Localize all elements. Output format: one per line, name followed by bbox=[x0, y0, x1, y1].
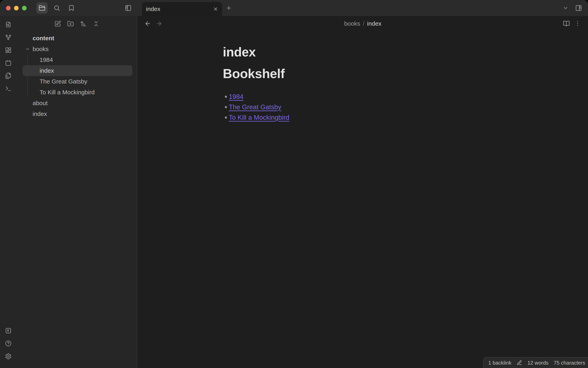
bullet-icon bbox=[225, 106, 227, 108]
templates-button[interactable] bbox=[3, 70, 14, 81]
search-icon bbox=[53, 5, 60, 11]
close-window-button[interactable] bbox=[6, 6, 11, 10]
tab-list-button[interactable] bbox=[560, 2, 571, 14]
minimize-window-button[interactable] bbox=[14, 6, 19, 10]
layout-dashboard-icon bbox=[5, 47, 12, 54]
tab-title: index bbox=[146, 6, 160, 12]
new-note-button[interactable] bbox=[52, 18, 63, 29]
file-tree: content books 1984 index The Great Gatsb… bbox=[17, 31, 137, 119]
calendar-icon bbox=[5, 60, 12, 66]
help-circle-icon bbox=[5, 340, 12, 347]
tree-file-about[interactable]: about bbox=[23, 98, 132, 109]
file-explorer-toolbar bbox=[17, 16, 137, 31]
vault-icon bbox=[5, 327, 12, 334]
word-count: 12 words bbox=[527, 360, 549, 366]
sort-ascending-icon bbox=[80, 20, 87, 27]
app-window: index bbox=[0, 0, 588, 368]
status-bar: 1 backlink 12 words 75 characters bbox=[483, 357, 588, 368]
new-note-icon bbox=[54, 20, 61, 27]
toggle-left-sidebar-button[interactable] bbox=[123, 2, 134, 14]
breadcrumb-current[interactable]: index bbox=[367, 20, 381, 27]
close-icon bbox=[213, 6, 218, 12]
panel-left-icon bbox=[125, 5, 132, 11]
new-tab-button[interactable] bbox=[223, 2, 234, 14]
tree-file-to-kill-a-mockingbird[interactable]: To Kill a Mockingbird bbox=[23, 87, 132, 98]
edit-mode-icon bbox=[517, 360, 522, 366]
vault-title-row[interactable]: content bbox=[23, 33, 132, 44]
note-title: index bbox=[223, 45, 503, 60]
vault-name: content bbox=[33, 35, 54, 42]
breadcrumb-parent[interactable]: books bbox=[344, 20, 360, 27]
bookmarks-button[interactable] bbox=[66, 2, 77, 14]
internal-link-the-great-gatsby[interactable]: The Great Gatsby bbox=[229, 103, 281, 111]
zoom-window-button[interactable] bbox=[22, 6, 26, 10]
internal-link-to-kill-a-mockingbird[interactable]: To Kill a Mockingbird bbox=[229, 114, 290, 121]
terminal-button[interactable] bbox=[3, 83, 14, 94]
file-label: index bbox=[33, 110, 47, 117]
editor-pane: books / index index Bookshelf 1984 The G… bbox=[138, 16, 588, 368]
list-item: 1984 bbox=[223, 92, 503, 102]
file-label: The Great Gatsby bbox=[40, 78, 87, 85]
tree-file-the-great-gatsby[interactable]: The Great Gatsby bbox=[23, 76, 132, 87]
chevron-down-icon bbox=[563, 5, 569, 11]
tab-close-button[interactable] bbox=[211, 5, 220, 13]
collapse-all-button[interactable] bbox=[91, 18, 102, 29]
file-explorer: content books 1984 index The Great Gatsb… bbox=[17, 16, 137, 368]
graph-icon bbox=[5, 34, 12, 41]
folder-label: books bbox=[33, 46, 49, 53]
file-label: To Kill a Mockingbird bbox=[40, 89, 95, 96]
more-vertical-icon bbox=[574, 20, 581, 27]
character-count: 75 characters bbox=[553, 360, 585, 366]
folder-plus-icon bbox=[67, 20, 74, 27]
vault-switcher-button[interactable] bbox=[3, 325, 14, 336]
history-nav bbox=[142, 18, 165, 29]
chevrons-down-up-icon bbox=[93, 20, 99, 27]
list-item: To Kill a Mockingbird bbox=[223, 112, 503, 123]
file-search-icon bbox=[5, 21, 12, 28]
breadcrumb: books / index bbox=[344, 16, 381, 31]
chevron-down-icon[interactable] bbox=[25, 46, 30, 52]
settings-button[interactable] bbox=[3, 350, 14, 362]
list-item: The Great Gatsby bbox=[223, 102, 503, 112]
tree-file-index-selected[interactable]: index bbox=[23, 65, 132, 76]
internal-link-1984[interactable]: 1984 bbox=[229, 93, 243, 101]
bullet-icon bbox=[225, 116, 227, 119]
panel-right-icon bbox=[575, 5, 582, 11]
arrow-right-icon bbox=[156, 20, 162, 27]
more-options-button[interactable] bbox=[572, 18, 583, 29]
search-button[interactable] bbox=[51, 2, 62, 14]
tree-file-1984[interactable]: 1984 bbox=[23, 55, 132, 65]
quick-switcher-button[interactable] bbox=[3, 19, 14, 30]
tab-index[interactable]: index bbox=[142, 2, 222, 16]
tree-folder-books[interactable]: books bbox=[23, 44, 132, 55]
folder-icon bbox=[39, 5, 45, 11]
editor-actions bbox=[561, 18, 583, 29]
file-label: index bbox=[40, 67, 54, 74]
toggle-right-sidebar-button[interactable] bbox=[573, 2, 584, 14]
file-label: 1984 bbox=[40, 56, 53, 63]
titlebar: index bbox=[0, 0, 588, 16]
help-button[interactable] bbox=[3, 338, 14, 349]
arrow-left-icon bbox=[144, 20, 151, 27]
daily-note-button[interactable] bbox=[3, 57, 14, 68]
file-label: about bbox=[33, 100, 48, 107]
reading-mode-button[interactable] bbox=[561, 18, 572, 29]
ribbon bbox=[0, 16, 17, 368]
traffic-lights bbox=[6, 0, 26, 16]
canvas-button[interactable] bbox=[3, 45, 14, 56]
tree-file-index-root[interactable]: index bbox=[23, 109, 132, 119]
editor-header: books / index bbox=[138, 16, 588, 31]
note-content: index Bookshelf 1984 The Great Gatsby To… bbox=[223, 31, 503, 123]
new-folder-button[interactable] bbox=[65, 18, 76, 29]
note-heading: Bookshelf bbox=[223, 66, 503, 82]
link-list: 1984 The Great Gatsby To Kill a Mockingb… bbox=[223, 92, 503, 123]
files-toggle-button[interactable] bbox=[36, 2, 48, 14]
navigate-back-button[interactable] bbox=[142, 18, 153, 29]
plus-icon bbox=[226, 5, 232, 11]
graph-view-button[interactable] bbox=[3, 32, 14, 43]
bullet-icon bbox=[225, 95, 227, 98]
backlink-count[interactable]: 1 backlink bbox=[488, 360, 511, 366]
sort-order-button[interactable] bbox=[78, 18, 89, 29]
book-open-icon bbox=[563, 20, 570, 27]
navigate-forward-button[interactable] bbox=[153, 18, 165, 29]
